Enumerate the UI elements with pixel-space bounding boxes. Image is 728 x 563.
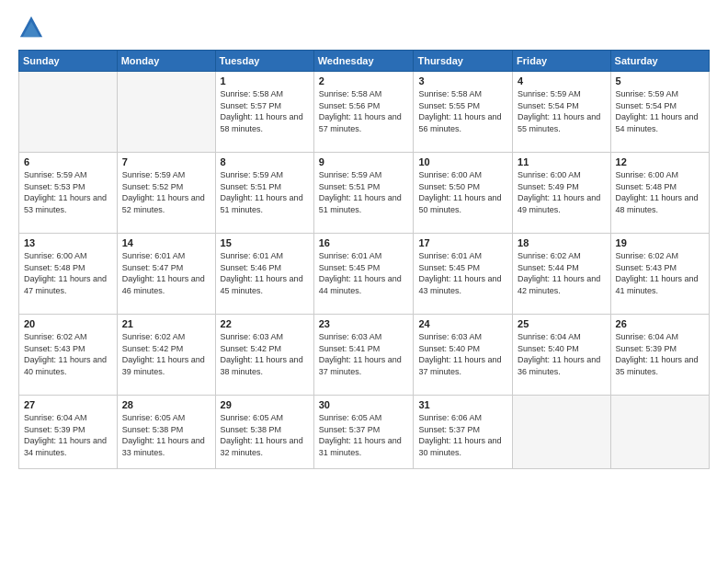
day-info: Sunrise: 5:59 AM Sunset: 5:51 PM Dayligh… — [221, 169, 309, 215]
day-info: Sunrise: 5:59 AM Sunset: 5:53 PM Dayligh… — [24, 169, 112, 215]
calendar-cell: 11Sunrise: 6:00 AM Sunset: 5:49 PM Dayli… — [513, 153, 610, 234]
calendar-cell: 31Sunrise: 6:06 AM Sunset: 5:37 PM Dayli… — [414, 396, 513, 469]
calendar-cell: 13Sunrise: 6:00 AM Sunset: 5:48 PM Dayli… — [19, 234, 118, 315]
calendar-page: SundayMondayTuesdayWednesdayThursdayFrid… — [0, 0, 728, 563]
day-info: Sunrise: 5:59 AM Sunset: 5:54 PM Dayligh… — [616, 88, 704, 134]
day-info: Sunrise: 6:02 AM Sunset: 5:44 PM Dayligh… — [518, 250, 605, 296]
day-number: 16 — [319, 237, 409, 248]
logo — [18, 15, 48, 40]
weekday-header-wednesday: Wednesday — [313, 51, 414, 72]
header — [18, 15, 710, 40]
day-info: Sunrise: 6:01 AM Sunset: 5:46 PM Dayligh… — [221, 250, 309, 296]
calendar-cell: 10Sunrise: 6:00 AM Sunset: 5:50 PM Dayli… — [414, 153, 513, 234]
day-info: Sunrise: 6:01 AM Sunset: 5:47 PM Dayligh… — [122, 250, 210, 296]
day-info: Sunrise: 6:01 AM Sunset: 5:45 PM Dayligh… — [319, 250, 409, 296]
calendar-cell: 22Sunrise: 6:03 AM Sunset: 5:42 PM Dayli… — [215, 315, 313, 396]
day-number: 25 — [518, 318, 605, 329]
calendar-cell: 21Sunrise: 6:02 AM Sunset: 5:42 PM Dayli… — [117, 315, 215, 396]
day-number: 8 — [221, 156, 309, 167]
calendar-cell — [117, 72, 215, 153]
day-info: Sunrise: 6:02 AM Sunset: 5:43 PM Dayligh… — [616, 250, 704, 296]
day-info: Sunrise: 6:04 AM Sunset: 5:39 PM Dayligh… — [616, 331, 704, 377]
calendar-cell: 6Sunrise: 5:59 AM Sunset: 5:53 PM Daylig… — [19, 153, 118, 234]
day-info: Sunrise: 5:58 AM Sunset: 5:56 PM Dayligh… — [319, 88, 409, 134]
day-info: Sunrise: 6:00 AM Sunset: 5:50 PM Dayligh… — [418, 169, 507, 215]
day-info: Sunrise: 6:01 AM Sunset: 5:45 PM Dayligh… — [418, 250, 507, 296]
day-number: 3 — [418, 75, 507, 86]
calendar-cell: 30Sunrise: 6:05 AM Sunset: 5:37 PM Dayli… — [313, 396, 414, 469]
logo-icon — [18, 15, 44, 40]
day-number: 19 — [616, 237, 704, 248]
day-info: Sunrise: 6:02 AM Sunset: 5:42 PM Dayligh… — [122, 331, 210, 377]
calendar-cell: 14Sunrise: 6:01 AM Sunset: 5:47 PM Dayli… — [117, 234, 215, 315]
calendar-cell: 4Sunrise: 5:59 AM Sunset: 5:54 PM Daylig… — [513, 72, 610, 153]
day-number: 17 — [418, 237, 507, 248]
calendar-week-row: 27Sunrise: 6:04 AM Sunset: 5:39 PM Dayli… — [19, 396, 710, 469]
day-number: 10 — [418, 156, 507, 167]
weekday-header-tuesday: Tuesday — [215, 51, 313, 72]
day-number: 28 — [122, 399, 210, 410]
day-info: Sunrise: 6:04 AM Sunset: 5:39 PM Dayligh… — [24, 412, 112, 458]
day-number: 23 — [319, 318, 409, 329]
day-number: 6 — [24, 156, 112, 167]
day-info: Sunrise: 6:00 AM Sunset: 5:48 PM Dayligh… — [616, 169, 704, 215]
calendar-cell: 12Sunrise: 6:00 AM Sunset: 5:48 PM Dayli… — [610, 153, 709, 234]
calendar-cell: 16Sunrise: 6:01 AM Sunset: 5:45 PM Dayli… — [313, 234, 414, 315]
day-info: Sunrise: 6:03 AM Sunset: 5:40 PM Dayligh… — [418, 331, 507, 377]
day-number: 9 — [319, 156, 409, 167]
day-number: 1 — [221, 75, 309, 86]
day-info: Sunrise: 6:02 AM Sunset: 5:43 PM Dayligh… — [24, 331, 112, 377]
calendar-week-row: 1Sunrise: 5:58 AM Sunset: 5:57 PM Daylig… — [19, 72, 710, 153]
calendar-cell: 26Sunrise: 6:04 AM Sunset: 5:39 PM Dayli… — [610, 315, 709, 396]
day-info: Sunrise: 6:00 AM Sunset: 5:48 PM Dayligh… — [24, 250, 112, 296]
calendar-cell: 17Sunrise: 6:01 AM Sunset: 5:45 PM Dayli… — [414, 234, 513, 315]
weekday-header-saturday: Saturday — [610, 51, 709, 72]
calendar-cell — [19, 72, 118, 153]
day-number: 5 — [616, 75, 704, 86]
day-info: Sunrise: 6:04 AM Sunset: 5:40 PM Dayligh… — [518, 331, 605, 377]
calendar-cell — [610, 396, 709, 469]
calendar-cell: 19Sunrise: 6:02 AM Sunset: 5:43 PM Dayli… — [610, 234, 709, 315]
day-info: Sunrise: 6:03 AM Sunset: 5:42 PM Dayligh… — [221, 331, 309, 377]
day-info: Sunrise: 6:06 AM Sunset: 5:37 PM Dayligh… — [418, 412, 507, 458]
calendar-cell: 27Sunrise: 6:04 AM Sunset: 5:39 PM Dayli… — [19, 396, 118, 469]
calendar-cell: 7Sunrise: 5:59 AM Sunset: 5:52 PM Daylig… — [117, 153, 215, 234]
day-number: 12 — [616, 156, 704, 167]
day-info: Sunrise: 5:58 AM Sunset: 5:55 PM Dayligh… — [418, 88, 507, 134]
day-info: Sunrise: 6:00 AM Sunset: 5:49 PM Dayligh… — [518, 169, 605, 215]
calendar-cell: 5Sunrise: 5:59 AM Sunset: 5:54 PM Daylig… — [610, 72, 709, 153]
day-number: 2 — [319, 75, 409, 86]
calendar-cell: 3Sunrise: 5:58 AM Sunset: 5:55 PM Daylig… — [414, 72, 513, 153]
calendar-cell: 23Sunrise: 6:03 AM Sunset: 5:41 PM Dayli… — [313, 315, 414, 396]
day-info: Sunrise: 6:03 AM Sunset: 5:41 PM Dayligh… — [319, 331, 409, 377]
day-info: Sunrise: 5:59 AM Sunset: 5:52 PM Dayligh… — [122, 169, 210, 215]
day-number: 22 — [221, 318, 309, 329]
calendar-cell: 15Sunrise: 6:01 AM Sunset: 5:46 PM Dayli… — [215, 234, 313, 315]
calendar-cell: 25Sunrise: 6:04 AM Sunset: 5:40 PM Dayli… — [513, 315, 610, 396]
day-number: 7 — [122, 156, 210, 167]
weekday-header-monday: Monday — [117, 51, 215, 72]
calendar-cell: 20Sunrise: 6:02 AM Sunset: 5:43 PM Dayli… — [19, 315, 118, 396]
calendar-cell: 24Sunrise: 6:03 AM Sunset: 5:40 PM Dayli… — [414, 315, 513, 396]
day-number: 14 — [122, 237, 210, 248]
calendar-cell: 9Sunrise: 5:59 AM Sunset: 5:51 PM Daylig… — [313, 153, 414, 234]
day-number: 4 — [518, 75, 605, 86]
day-number: 31 — [418, 399, 507, 410]
calendar-cell: 8Sunrise: 5:59 AM Sunset: 5:51 PM Daylig… — [215, 153, 313, 234]
calendar-cell: 1Sunrise: 5:58 AM Sunset: 5:57 PM Daylig… — [215, 72, 313, 153]
calendar-cell: 18Sunrise: 6:02 AM Sunset: 5:44 PM Dayli… — [513, 234, 610, 315]
day-info: Sunrise: 6:05 AM Sunset: 5:38 PM Dayligh… — [221, 412, 309, 458]
calendar-header-row: SundayMondayTuesdayWednesdayThursdayFrid… — [19, 51, 710, 72]
day-number: 29 — [221, 399, 309, 410]
day-info: Sunrise: 5:58 AM Sunset: 5:57 PM Dayligh… — [221, 88, 309, 134]
weekday-header-sunday: Sunday — [19, 51, 118, 72]
day-number: 13 — [24, 237, 112, 248]
day-number: 21 — [122, 318, 210, 329]
day-info: Sunrise: 6:05 AM Sunset: 5:37 PM Dayligh… — [319, 412, 409, 458]
calendar-week-row: 13Sunrise: 6:00 AM Sunset: 5:48 PM Dayli… — [19, 234, 710, 315]
calendar-cell — [513, 396, 610, 469]
day-info: Sunrise: 6:05 AM Sunset: 5:38 PM Dayligh… — [122, 412, 210, 458]
day-number: 27 — [24, 399, 112, 410]
day-info: Sunrise: 5:59 AM Sunset: 5:51 PM Dayligh… — [319, 169, 409, 215]
calendar-week-row: 20Sunrise: 6:02 AM Sunset: 5:43 PM Dayli… — [19, 315, 710, 396]
